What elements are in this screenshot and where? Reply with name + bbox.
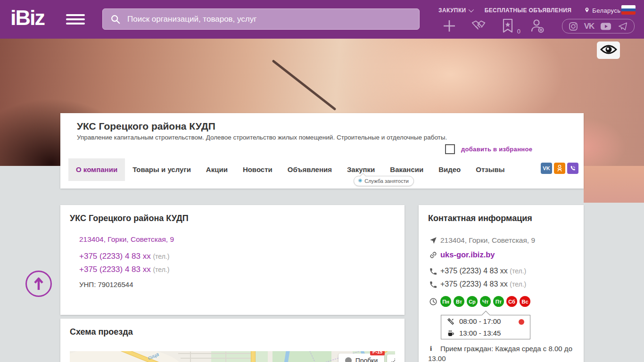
work-hours: 08:00 - 17:00 (459, 317, 501, 325)
menu-hamburger-icon[interactable] (66, 14, 85, 25)
vacancy-tooltip-label: Служба занятости (364, 178, 409, 184)
contact-title: Контактная информация (428, 214, 532, 223)
vk-icon[interactable]: VK (584, 22, 594, 31)
website-link[interactable]: uks-gor.ibiz.by (440, 250, 495, 259)
map-card: Схема проезда сица Р-15 Пробки (60, 319, 405, 362)
day-sun[interactable]: Вс (520, 296, 530, 307)
about-phone-1[interactable]: +375 (2233) 4 83 xx (тел.) (79, 252, 169, 261)
add-plus-icon[interactable] (441, 18, 457, 34)
viber-button[interactable] (567, 163, 578, 174)
expand-icon (391, 358, 395, 362)
company-tabs: О компании Товары и услуги Акции Новости… (68, 158, 512, 181)
contact-card: Контактная информация 213404, Горки, Сов… (419, 205, 584, 362)
contact-address: 213404, Горки, Советская, 9 (440, 236, 535, 245)
tab-products[interactable]: Товары и услуги (125, 158, 198, 181)
accessibility-eye-button[interactable] (597, 41, 620, 59)
day-mon[interactable]: Пн (440, 296, 451, 307)
favorites-bookmark-icon[interactable]: 0 (500, 18, 516, 34)
phone-suffix: (тел.) (510, 267, 526, 275)
day-thu[interactable]: Чт (480, 296, 491, 307)
tab-promotions[interactable]: Акции (198, 158, 235, 181)
header-social-links: VK (562, 19, 635, 33)
tab-ads[interactable]: Объявления (280, 158, 339, 181)
telegram-icon[interactable] (618, 22, 628, 31)
phone-suffix: (тел.) (510, 280, 526, 288)
tab-news[interactable]: Новости (235, 158, 280, 181)
header: iBiz ЗАКУПКИ БЕСПЛАТНЫЕ ОБЪЯВЛЕНИЯ Белар… (0, 0, 644, 39)
about-phone-2[interactable]: +375 (2233) 4 83 xx (тел.) (79, 265, 169, 274)
company-description: Управление капитальным строительством. Д… (77, 134, 447, 141)
about-title: УКС Горецкого района КУДП (70, 214, 189, 223)
contact-phone-1[interactable]: +375 (2233) 4 83 xx (тел.) (440, 267, 526, 275)
tab-reviews[interactable]: Отзывы (468, 158, 512, 181)
favorites-count: 0 (517, 28, 520, 35)
closed-now-indicator (519, 319, 524, 325)
day-sat[interactable]: Сб (506, 296, 517, 307)
vacancy-tooltip: ✳ Служба занятости (354, 176, 414, 186)
search-input[interactable] (126, 14, 392, 25)
user-register-icon[interactable] (529, 18, 545, 34)
break-coffee-icon (446, 329, 455, 337)
map-expand-button[interactable] (387, 354, 395, 362)
phone-suffix: (тел.) (153, 253, 169, 260)
page: iBiz ЗАКУПКИ БЕСПЛАТНЫЕ ОБЪЯВЛЕНИЯ Белар… (0, 0, 644, 362)
traffic-icon (345, 357, 352, 362)
about-card: УКС Горецкого района КУДП 213404, Горки,… (60, 205, 405, 315)
arrow-up-icon (33, 276, 45, 291)
company-name: УКС Горецкого района КУДП (77, 121, 215, 132)
search-bar (102, 8, 420, 30)
employment-service-icon: ✳ (358, 178, 362, 184)
tab-about[interactable]: О компании (68, 158, 125, 181)
day-fri[interactable]: Пт (493, 296, 504, 307)
handshake-partners-icon[interactable] (471, 18, 487, 34)
vk-share-button[interactable]: VK (541, 163, 552, 174)
company-header-card: УКС Горецкого района КУДП Управление кап… (60, 113, 584, 189)
working-hours-popup: 08:00 - 17:00 13:00 - 13:45 (441, 315, 530, 339)
free-ads-link[interactable]: БЕСПЛАТНЫЕ ОБЪЯВЛЕНИЯ (485, 7, 572, 14)
link-icon (427, 249, 439, 261)
ok-share-button[interactable] (554, 163, 565, 174)
header-icon-row: 0 (441, 18, 558, 34)
phone-suffix: (тел.) (153, 266, 169, 273)
search-icon (110, 14, 121, 25)
navigation-arrow-icon (429, 236, 438, 245)
eye-icon (600, 44, 617, 57)
favorite-label: добавить в избранное (461, 146, 532, 153)
logo[interactable]: iBiz (10, 6, 44, 30)
company-social-buttons: VK (539, 163, 578, 174)
road-badge: Р-15 (370, 351, 385, 355)
region-selector[interactable]: Беларусь (584, 7, 620, 14)
company-unp: УНП: 790126544 (79, 280, 133, 288)
scroll-to-top-button[interactable] (25, 271, 52, 297)
break-hours: 13:00 - 13:45 (459, 329, 501, 337)
youtube-icon[interactable] (600, 22, 611, 31)
purchases-link[interactable]: ЗАКУПКИ (438, 7, 472, 14)
map-title: Схема проезда (70, 327, 133, 337)
day-wed[interactable]: Ср (467, 296, 478, 307)
language-flag-russian[interactable] (621, 5, 636, 15)
clock-icon (429, 297, 438, 306)
favorite-checkbox[interactable] (445, 144, 455, 154)
chevron-down-icon (468, 7, 473, 12)
work-tools-icon (446, 318, 455, 325)
about-address-link[interactable]: 213404, Горки, Советская, 9 (79, 235, 174, 244)
hero-photo-right (584, 166, 644, 203)
phone-icon (429, 280, 438, 289)
location-pin-icon (584, 7, 590, 14)
tab-video[interactable]: Видео (431, 158, 468, 181)
map[interactable]: сица Р-15 Пробки (70, 351, 395, 362)
schedule-days: Пн Вт Ср Чт Пт Сб Вс (440, 296, 533, 307)
phone-icon (429, 267, 438, 276)
add-to-favorites[interactable]: добавить в избранное (445, 144, 532, 154)
top-links: ЗАКУПКИ БЕСПЛАТНЫЕ ОБЪЯВЛЕНИЯ Беларусь (438, 7, 640, 14)
contact-phone-2[interactable]: +375 (2233) 4 83 xx (тел.) (440, 280, 526, 288)
day-tue[interactable]: Вт (454, 296, 464, 307)
instagram-icon[interactable] (569, 22, 578, 31)
reception-note: Прием граждан: Каждая среда с 8.00 до 13… (428, 344, 572, 362)
